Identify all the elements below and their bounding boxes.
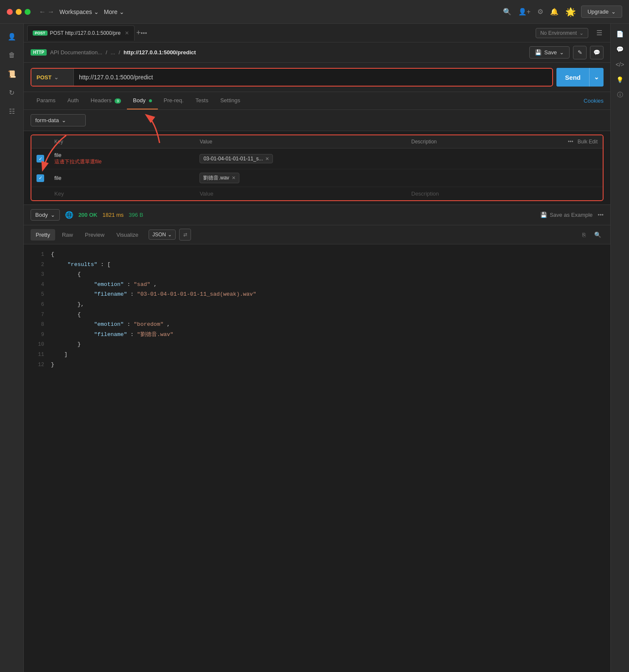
- left-sidebar: 👤 🗑 📜 ↻ ☷: [0, 24, 24, 672]
- row1-checkbox[interactable]: ✓: [37, 155, 44, 162]
- search-response-button[interactable]: 🔍: [592, 229, 604, 241]
- method-label: POST: [37, 74, 51, 81]
- resp-tab-preview[interactable]: Preview: [80, 229, 110, 241]
- row2-checkbox[interactable]: ✓: [37, 174, 44, 182]
- code-line-12: 12 }: [24, 360, 610, 370]
- right-icon-code[interactable]: </>: [613, 58, 627, 71]
- add-tab-button[interactable]: +: [136, 28, 141, 37]
- sidebar-toggle-icon[interactable]: ☰: [592, 25, 607, 41]
- right-icon-light[interactable]: 💡: [613, 73, 627, 87]
- tab-more-button[interactable]: •••: [141, 30, 147, 36]
- sidebar-item-history[interactable]: ↻: [4, 85, 20, 100]
- breadcrumb-sep1: /: [106, 49, 107, 56]
- tab-params[interactable]: Params: [31, 92, 62, 109]
- add-user-icon[interactable]: 👤+: [518, 8, 531, 16]
- url-bar-inner: POST ⌄: [31, 68, 553, 87]
- row2-key[interactable]: file: [49, 169, 194, 187]
- tab-settings[interactable]: Settings: [214, 92, 246, 109]
- search-icon[interactable]: 🔍: [503, 8, 511, 16]
- method-selector[interactable]: POST ⌄: [31, 69, 74, 86]
- right-icon-info[interactable]: ⓘ: [613, 88, 627, 102]
- url-input[interactable]: [74, 74, 552, 81]
- chevron-down-icon: ⌄: [611, 8, 616, 15]
- chevron-down-icon: ⌄: [51, 212, 55, 218]
- breadcrumb-ellipsis[interactable]: ...: [111, 49, 115, 56]
- upgrade-button[interactable]: Upgrade ⌄: [581, 6, 622, 18]
- code-line-11: 11 ]: [24, 350, 610, 360]
- breadcrumb-bar: HTTP API Documentation... / ... / http:/…: [24, 42, 610, 63]
- code-line-4: 4 "emotion" : "sad" ,: [24, 280, 610, 290]
- environment-selector[interactable]: No Environment ⌄: [536, 28, 588, 38]
- table-row: ✓ file 這邊下拉式選單選file 03-01-04-01-01-01-11…: [31, 148, 603, 169]
- cookies-link[interactable]: Cookies: [584, 98, 604, 104]
- row2-description[interactable]: [406, 169, 502, 187]
- close-button[interactable]: [7, 9, 13, 15]
- save-example-button[interactable]: 💾 Save as Example: [540, 212, 592, 218]
- json-format-selector[interactable]: JSON ⌄: [149, 230, 176, 240]
- workspaces-button[interactable]: Workspaces ⌄: [59, 8, 99, 15]
- copy-button[interactable]: ⎘: [578, 229, 590, 241]
- chevron-down-icon: ⌄: [168, 232, 172, 238]
- send-dropdown-button[interactable]: ⌄: [589, 68, 604, 87]
- three-dots-icon[interactable]: •••: [568, 139, 573, 145]
- send-button[interactable]: Send: [556, 68, 589, 87]
- row1-description[interactable]: [406, 148, 502, 169]
- bell-icon[interactable]: 🔔: [550, 8, 559, 16]
- url-bar: POST ⌄ Send ⌄: [24, 63, 610, 92]
- sidebar-item-collection[interactable]: 📜: [4, 66, 20, 81]
- wrap-button[interactable]: ⇄: [179, 229, 191, 241]
- row1-remove-file-icon[interactable]: ✕: [265, 156, 269, 162]
- sidebar-item-grid[interactable]: ☷: [4, 104, 20, 119]
- col-value-header: Value: [194, 135, 406, 148]
- headers-count-badge: 9: [115, 98, 121, 104]
- breadcrumb-api-docs[interactable]: API Documentation...: [50, 49, 102, 56]
- tab-close-icon[interactable]: ✕: [125, 30, 129, 36]
- tab-tests[interactable]: Tests: [190, 92, 214, 109]
- tab-pre-req[interactable]: Pre-req.: [158, 92, 190, 109]
- tab-body[interactable]: Body: [127, 92, 157, 109]
- row1-file-chip: 03-01-04-01-01-01-11_s... ✕: [199, 154, 273, 163]
- row1-value-cell[interactable]: 03-01-04-01-01-01-11_s... ✕: [194, 148, 406, 169]
- code-line-1: 1 {: [24, 249, 610, 260]
- resp-tab-visualize[interactable]: Visualize: [111, 229, 143, 241]
- minimize-button[interactable]: [16, 9, 22, 15]
- tab-method-badge: POST: [33, 31, 48, 36]
- sidebar-item-user[interactable]: 👤: [4, 29, 20, 44]
- settings-icon[interactable]: ⚙: [537, 8, 543, 16]
- row2-file-chip: 劉德音.wav ✕: [199, 173, 239, 183]
- body-selector[interactable]: Body ⌄: [31, 209, 60, 221]
- empty-value[interactable]: Value: [194, 187, 406, 201]
- back-button[interactable]: ←: [39, 8, 46, 16]
- tab-headers[interactable]: Headers 9: [85, 92, 127, 109]
- resp-tab-raw[interactable]: Raw: [57, 229, 78, 241]
- resp-tab-pretty[interactable]: Pretty: [31, 229, 55, 241]
- form-data-selector[interactable]: form-data ⌄: [31, 114, 86, 126]
- sidebar-item-trash[interactable]: 🗑: [4, 48, 20, 63]
- empty-key[interactable]: Key: [49, 187, 194, 201]
- save-button[interactable]: 💾 Save ⌄: [529, 46, 570, 59]
- maximize-button[interactable]: [25, 9, 31, 15]
- response-more-icon[interactable]: •••: [598, 212, 604, 218]
- request-tabs: Params Auth Headers 9 Body Pre-req. Tes: [24, 92, 610, 110]
- right-panel: 📄 💬 </> 💡 ⓘ: [610, 24, 629, 672]
- request-tab[interactable]: POST POST http://127.0.0.1:5000/pre ✕: [27, 25, 135, 41]
- row2-remove-file-icon[interactable]: ✕: [232, 175, 236, 181]
- row2-filename: 劉德音.wav: [203, 174, 229, 182]
- avatar-icon[interactable]: 🌟: [565, 7, 576, 17]
- right-icon-docs[interactable]: 📄: [613, 27, 627, 41]
- row2-value-cell[interactable]: 劉德音.wav ✕: [194, 169, 406, 187]
- save-icon: 💾: [540, 212, 547, 218]
- top-bar: ← → Workspaces ⌄ More ⌄ 🔍 👤+ ⚙ 🔔 🌟 Upgra…: [0, 0, 629, 24]
- edit-icon-button[interactable]: ✎: [573, 46, 587, 59]
- comment-icon-button[interactable]: 💬: [590, 46, 604, 59]
- empty-description[interactable]: Description: [406, 187, 502, 201]
- code-line-5: 5 "filename" : "03-01-04-01-01-01-11_sad…: [24, 289, 610, 300]
- row1-key[interactable]: file 這邊下拉式選單選file: [49, 148, 194, 169]
- forward-button[interactable]: →: [48, 8, 54, 16]
- tab-auth[interactable]: Auth: [62, 92, 85, 109]
- more-button[interactable]: More ⌄: [104, 8, 124, 15]
- bulk-edit-button[interactable]: Bulk Edit: [578, 139, 598, 145]
- response-body-tabs: Pretty Raw Preview Visualize JSON ⌄: [24, 225, 610, 244]
- right-icon-comment[interactable]: 💬: [613, 42, 627, 56]
- breadcrumb-sep2: /: [118, 49, 120, 56]
